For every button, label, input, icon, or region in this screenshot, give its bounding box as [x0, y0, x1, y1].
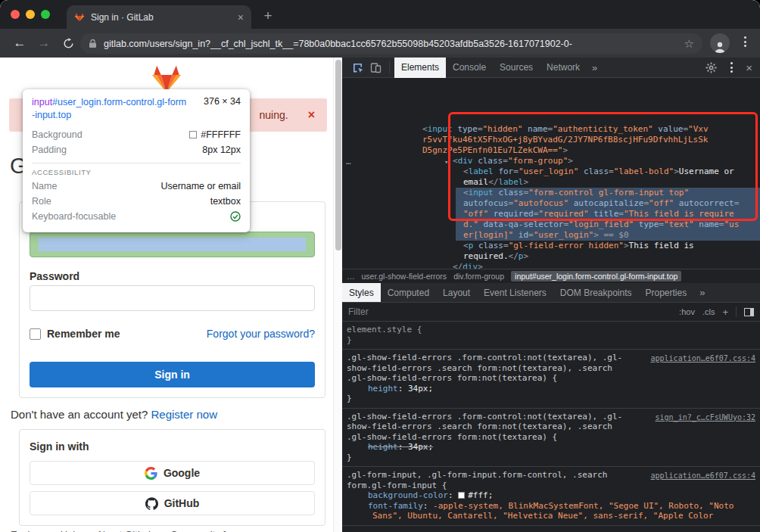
- styles-more-tabs-icon[interactable]: »: [693, 283, 711, 302]
- social-signin-title: Sign in with: [30, 440, 89, 453]
- breadcrumb-item[interactable]: …: [347, 272, 355, 281]
- register-prompt: Don't have an account yet?: [11, 408, 151, 421]
- breadcrumbs: …user.gl-show-field-errorsdiv.form-group…: [342, 269, 760, 283]
- inspected-element-selector: input#user_login.form-control.gl-form-in…: [32, 96, 189, 122]
- css-selector[interactable]: form.gl-form-input {: [347, 481, 755, 491]
- inspect-element-icon[interactable]: [348, 61, 366, 74]
- css-declaration[interactable]: background-color: #fff;: [347, 490, 755, 501]
- alert-close-icon[interactable]: ×: [308, 109, 315, 121]
- dom-tree-node[interactable]: ▾<div class="form-group">: [342, 156, 760, 166]
- register-now-link[interactable]: Register now: [151, 408, 218, 421]
- dom-tree-node[interactable]: d." data-qa-selector="login_field" type=…: [342, 219, 760, 230]
- css-source-link[interactable]: sign_in?_c…cFsUWUyo:32: [656, 412, 755, 423]
- dom-tree-node[interactable]: required.</p>: [342, 251, 760, 262]
- css-declaration[interactable]: font-family: -apple-system, BlinkMacSyst…: [347, 501, 755, 512]
- css-declaration[interactable]: height: 34px;: [347, 384, 755, 394]
- devtools-settings-gear-icon[interactable]: [705, 62, 717, 73]
- devtools-close-icon[interactable]: ×: [746, 62, 752, 73]
- pseudo-state-toggle[interactable]: :hov: [679, 307, 695, 316]
- css-source-link[interactable]: application…e6f07.css:4: [651, 353, 755, 364]
- dom-tree-node[interactable]: </div>: [342, 262, 760, 269]
- css-declaration[interactable]: height: 34px;: [347, 442, 755, 453]
- styles-tab-layout[interactable]: Layout: [436, 283, 477, 302]
- google-signin-button[interactable]: Google: [30, 461, 315, 485]
- new-tab-button[interactable]: +: [259, 7, 277, 25]
- dom-tree-node[interactable]: <p class="gl-field-error hidden">This fi…: [342, 241, 760, 251]
- styles-filter-input[interactable]: Filter: [348, 306, 369, 317]
- css-rule: application…e6f07.css:4.gl-show-field-er…: [342, 350, 760, 409]
- css-selector[interactable]: element.style {: [347, 325, 755, 335]
- breadcrumb-item[interactable]: div.form-group: [453, 272, 504, 281]
- url-text[interactable]: gitlab.com/users/sign_in?__cf_chl_jschl_…: [104, 39, 677, 49]
- google-icon: [145, 467, 157, 480]
- refresh-button[interactable]: [59, 35, 77, 51]
- css-declaration-continuation[interactable]: Sans", Ubuntu, Cantarell, "Helvetica Neu…: [347, 511, 755, 521]
- dom-tree-node[interactable]: <input class="form-control gl-form-input…: [342, 188, 760, 198]
- address-bar[interactable]: gitlab.com/users/sign_in?__cf_chl_jschl_…: [80, 33, 702, 54]
- devtools-tab-sources[interactable]: Sources: [493, 58, 540, 78]
- background-color-swatch: [189, 131, 197, 138]
- devtools-panel: Elements Console Sources Network » × … <…: [342, 58, 760, 532]
- css-selector[interactable]: show-field-errors .search form:not(texta…: [347, 363, 755, 374]
- dom-tree-node[interactable]: <input type="hidden" name="authenticity_…: [342, 124, 760, 135]
- element-class-toggle[interactable]: .cls: [702, 307, 715, 316]
- forward-button[interactable]: →: [35, 35, 53, 51]
- styles-tab-properties[interactable]: Properties: [639, 283, 694, 302]
- tab-strip: Sign in · GitLab × +: [0, 0, 760, 29]
- color-swatch[interactable]: [458, 492, 465, 499]
- padlock-icon: [89, 39, 97, 48]
- close-window-button[interactable]: [11, 10, 20, 19]
- a11y-keyboard-label: Keyboard-focusable: [32, 211, 116, 222]
- dom-tree-node[interactable]: <label for="user_login" class="label-bol…: [342, 166, 760, 177]
- device-toolbar-icon[interactable]: [366, 61, 385, 74]
- back-button[interactable]: ←: [11, 35, 29, 51]
- social-signin-card: Sign in with Google GitHub: [19, 429, 325, 526]
- a11y-role-label: Role: [32, 196, 51, 207]
- google-button-label: Google: [164, 467, 200, 479]
- styles-tab-styles[interactable]: Styles: [342, 283, 381, 302]
- browser-tab[interactable]: Sign in · GitLab ×: [67, 5, 251, 29]
- collapse-arrow-icon[interactable]: ▾: [444, 157, 448, 167]
- dom-tree-node[interactable]: email</label>: [342, 177, 760, 188]
- breadcrumb-item[interactable]: input#user_login.form-control.gl-form-in…: [511, 271, 681, 282]
- browser-menu-icon[interactable]: [740, 36, 749, 47]
- dom-tree-node[interactable]: "off" required="required" title="This fi…: [342, 209, 760, 219]
- devtools-menu-icon[interactable]: [727, 62, 736, 73]
- forgot-password-link[interactable]: Forgot your password?: [207, 328, 315, 340]
- css-selector[interactable]: show-field-errors .search form:not(texta…: [347, 422, 755, 432]
- scrollbar-thumb[interactable]: [335, 60, 341, 250]
- bookmark-star-icon[interactable]: ☆: [684, 38, 694, 49]
- new-style-rule-button[interactable]: +: [722, 306, 728, 318]
- github-signin-button[interactable]: GitHub: [30, 491, 315, 515]
- dom-tree-node[interactable]: er[login]" id="user_login"> == $0: [342, 230, 760, 241]
- css-rule-close-brace: }: [347, 453, 755, 463]
- remember-me-checkbox[interactable]: [30, 328, 41, 340]
- devtools-tab-elements[interactable]: Elements: [394, 58, 446, 78]
- minimize-window-button[interactable]: [26, 10, 35, 19]
- css-source-link[interactable]: application…e6f07.css:4: [651, 471, 755, 481]
- styles-tab-event-listeners[interactable]: Event Listeners: [477, 283, 553, 302]
- password-input[interactable]: [30, 285, 315, 311]
- a11y-name-value: Username or email: [160, 181, 241, 191]
- dock-sidebar-icon[interactable]: [744, 308, 754, 316]
- profile-avatar[interactable]: [710, 33, 730, 53]
- dom-tree-node[interactable]: r5vvTfku46tX5FhxOG+j8yBYvadG/2JY7NP6fB8s…: [342, 135, 760, 145]
- username-input[interactable]: [30, 232, 315, 257]
- tab-close-icon[interactable]: ×: [238, 12, 244, 23]
- styles-tab-computed[interactable]: Computed: [381, 283, 436, 302]
- breadcrumb-item[interactable]: user.gl-show-field-errors: [362, 272, 447, 281]
- inspect-highlight-content: [39, 238, 306, 251]
- more-tabs-icon[interactable]: »: [587, 62, 603, 73]
- devtools-tab-network[interactable]: Network: [540, 58, 587, 78]
- a11y-role-value: textbox: [210, 196, 241, 207]
- zoom-window-button[interactable]: [41, 10, 50, 19]
- css-selector[interactable]: .gl-show-field-errors form:not(textarea)…: [347, 432, 755, 443]
- styles-tab-dom-breakpoints[interactable]: DOM Breakpoints: [553, 283, 639, 302]
- sign-in-button[interactable]: Sign in: [30, 362, 315, 387]
- dom-tree-node[interactable]: autofocus="autofocus" autocapitalize="of…: [342, 198, 760, 209]
- dom-tree-node[interactable]: D5gnzPe5PEnfn01Eu7LZekCWA==">: [342, 145, 760, 156]
- css-rule: element.style {}: [342, 322, 760, 350]
- css-selector[interactable]: .gl-show-field-errors form:not(textarea)…: [347, 373, 755, 384]
- devtools-tab-console[interactable]: Console: [446, 58, 493, 78]
- page-scrollbar[interactable]: [333, 58, 342, 532]
